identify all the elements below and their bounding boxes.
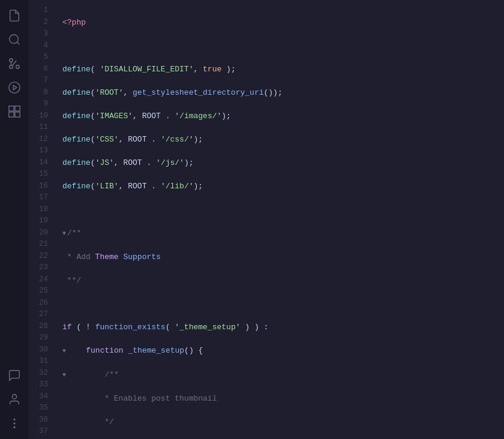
more-icon[interactable] [4,413,25,434]
accounts-icon[interactable] [4,389,25,410]
code-line-8: define('LIB', ROOT . '/lib/'); [62,181,504,193]
activity-bar [0,0,29,439]
code-line-2 [62,40,504,52]
svg-rect-8 [15,112,20,117]
code-line-10: ▼/** [62,227,504,240]
code-line-3: define( 'DISALLOW_FILE_EDIT', true ); [62,64,504,76]
code-line-17: * Enables post thumbnail [62,393,504,405]
code-line-11: * Add Theme Supports [62,251,504,263]
svg-point-3 [10,59,13,62]
code-line-14: if ( ! function_exists( '_theme_setup' )… [62,321,504,333]
source-control-icon[interactable] [4,53,25,74]
svg-point-0 [10,35,19,44]
svg-rect-5 [9,106,14,111]
svg-point-12 [14,427,15,428]
debug-icon[interactable] [4,77,25,98]
code-line-16: ▼ /** [62,369,504,381]
svg-line-1 [17,42,19,44]
code-line-7: define('JS', ROOT . '/js/'); [62,157,504,169]
comments-icon[interactable] [4,365,25,386]
files-icon[interactable] [4,5,25,26]
code-line-4: define('ROOT', get_stylesheet_directory_… [62,87,504,99]
code-line-9 [62,204,504,216]
svg-rect-6 [15,106,20,111]
search-icon[interactable] [4,29,25,50]
code-line-15: ▼ function _theme_setup() { [62,345,504,357]
code-line-5: define('IMAGES', ROOT . '/images/'); [62,110,504,122]
code-line-18: */ [62,416,504,428]
extensions-icon[interactable] [4,101,25,122]
code-line-12: **/ [62,275,504,287]
code-lines: <?php define( 'DISALLOW_FILE_EDIT', true… [58,0,504,439]
svg-point-11 [14,423,15,424]
svg-point-4 [10,65,13,69]
code-line-6: define('CSS', ROOT . '/css/'); [62,134,504,146]
svg-point-9 [12,395,16,399]
line-numbers: 12345 678910 1112131415 1617181920 21222… [29,0,58,439]
svg-point-2 [16,65,20,69]
editor-area: 12345 678910 1112131415 1617181920 21222… [29,0,504,439]
code-container[interactable]: 12345 678910 1112131415 1617181920 21222… [29,0,504,439]
code-line-1: <?php [62,17,504,29]
code-line-13 [62,298,504,310]
svg-rect-7 [9,112,14,117]
svg-point-10 [14,419,15,420]
